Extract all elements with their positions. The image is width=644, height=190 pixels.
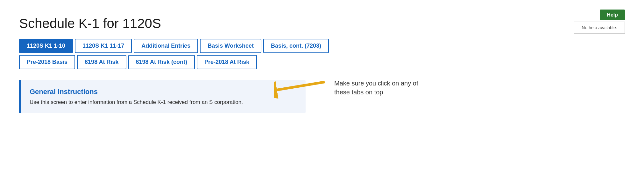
help-area: Help No help available. — [574, 10, 625, 34]
instructions-body: Use this screen to enter information fro… — [30, 99, 297, 105]
annotation-text: Make sure you click on any of these tabs… — [334, 79, 418, 97]
tab-6198-at-risk-cont[interactable]: 6198 At Risk (cont) — [128, 55, 195, 69]
tab-1120s-k1-11-17[interactable]: 1120S K1 11-17 — [75, 39, 132, 53]
help-tooltip: No help available. — [574, 22, 625, 34]
tab-pre-2018-at-risk[interactable]: Pre-2018 At Risk — [197, 55, 257, 69]
tab-6198-at-risk[interactable]: 6198 At Risk — [77, 55, 126, 69]
tab-basis-worksheet[interactable]: Basis Worksheet — [200, 39, 261, 53]
annotation-arrow-icon — [274, 72, 331, 101]
tab-1120s-k1-1-10[interactable]: 1120S K1 1-10 — [19, 39, 73, 53]
tab-additional-entries[interactable]: Additional Entries — [134, 39, 198, 53]
svg-line-1 — [277, 82, 325, 90]
tabs-row-1: 1120S K1 1-101120S K1 11-17Additional En… — [19, 39, 625, 55]
instructions-title: General Instructions — [30, 88, 297, 96]
tabs-row-2: Pre-2018 Basis6198 At Risk6198 At Risk (… — [19, 55, 625, 71]
help-button[interactable]: Help — [600, 10, 625, 20]
page-title: Schedule K-1 for 1120S — [19, 16, 625, 31]
tabs-section: 1120S K1 1-101120S K1 11-17Additional En… — [19, 39, 625, 71]
tab-pre-2018-basis[interactable]: Pre-2018 Basis — [19, 55, 75, 69]
annotation-area: Make sure you click on any of these tabs… — [274, 72, 418, 101]
instructions-section: General Instructions Use this screen to … — [19, 80, 306, 113]
page-container: Help No help available. Schedule K-1 for… — [0, 0, 644, 126]
tab-basis-cont[interactable]: Basis, cont. (7203) — [263, 39, 329, 53]
